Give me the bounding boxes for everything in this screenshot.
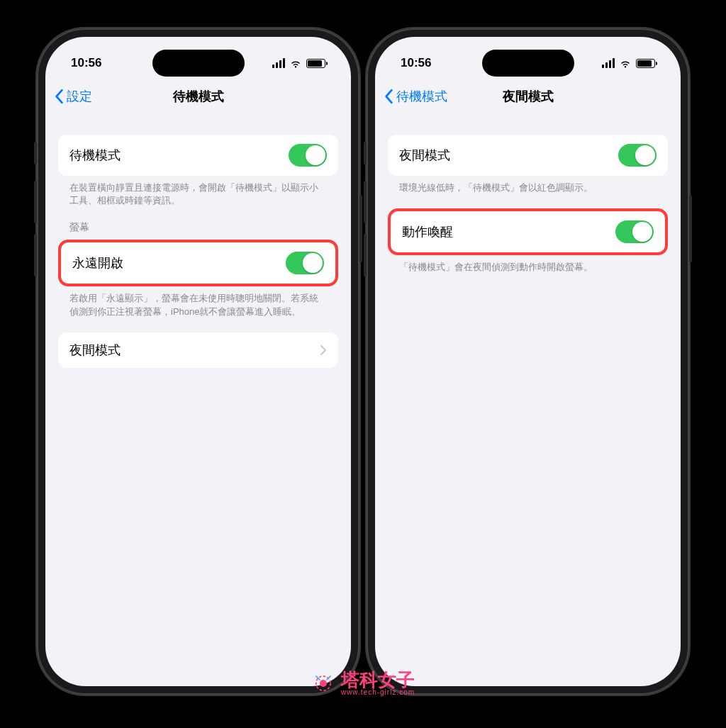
back-button[interactable]: 待機模式 — [384, 88, 447, 105]
wifi-icon — [289, 58, 302, 68]
settings-group-wake: 動作喚醒 「待機模式」會在夜間偵測到動作時開啟螢幕。 — [388, 208, 668, 274]
toggle-on-icon[interactable] — [618, 144, 657, 167]
volume-up-button — [34, 181, 37, 223]
page-title: 夜間模式 — [503, 88, 554, 105]
watermark-logo-icon — [311, 671, 335, 695]
chevron-right-icon — [320, 345, 327, 356]
chevron-left-icon — [54, 89, 64, 104]
settings-group-night: 夜間模式 — [58, 332, 338, 368]
row-label: 夜間模式 — [399, 147, 450, 164]
row-footer: 「待機模式」會在夜間偵測到動作時開啟螢幕。 — [388, 255, 668, 274]
side-button — [34, 142, 37, 164]
screen: 10:56 待機模式 夜間模式 夜間模式 環境光線 — [375, 37, 681, 686]
status-indicators — [272, 58, 325, 68]
toggle-on-icon[interactable] — [615, 220, 654, 243]
row-label: 夜間模式 — [69, 342, 121, 359]
row-label: 待機模式 — [69, 147, 121, 164]
back-label: 待機模式 — [396, 88, 447, 105]
toggle-on-icon[interactable] — [289, 144, 327, 167]
settings-group-night: 夜間模式 環境光線低時，「待機模式」會以紅色調顯示。 — [388, 135, 668, 194]
power-button — [359, 195, 362, 262]
row-label: 動作喚醒 — [402, 223, 453, 240]
chevron-left-icon — [384, 89, 393, 104]
motion-wake-toggle-row[interactable]: 動作喚醒 — [388, 208, 668, 255]
navigation-bar: 設定 待機模式 — [45, 79, 351, 113]
dynamic-island — [482, 50, 574, 77]
dynamic-island — [152, 50, 245, 77]
phone-right: 10:56 待機模式 夜間模式 夜間模式 環境光線 — [367, 28, 689, 695]
cellular-icon — [272, 58, 285, 68]
watermark: 塔科女子 www.tech-girlz.com — [311, 671, 415, 696]
settings-content: 待機模式 在裝置橫向靜置且連接電源時，會開啟「待機模式」以顯示小工具、相框或時鐘… — [45, 121, 351, 686]
status-time: 10:56 — [401, 56, 431, 70]
row-label: 永遠開啟 — [72, 254, 123, 271]
navigation-bar: 待機模式 夜間模式 — [375, 79, 681, 113]
svg-point-1 — [320, 680, 327, 687]
settings-group-standby: 待機模式 在裝置橫向靜置且連接電源時，會開啟「待機模式」以顯示小工具、相框或時鐘… — [58, 135, 338, 207]
standby-toggle-row[interactable]: 待機模式 — [58, 135, 338, 176]
night-mode-row[interactable]: 夜間模式 — [58, 332, 338, 368]
page-title: 待機模式 — [173, 88, 224, 105]
settings-content: 夜間模式 環境光線低時，「待機模式」會以紅色調顯示。 動作喚醒 「待機模式」會在… — [375, 121, 681, 686]
watermark-text: 塔科女子 — [341, 671, 415, 689]
wifi-icon — [619, 58, 632, 68]
always-on-toggle-row[interactable]: 永遠開啟 — [58, 240, 338, 286]
back-button[interactable]: 設定 — [54, 88, 92, 105]
row-footer: 若啟用「永遠顯示」，螢幕會在未使用時聰明地關閉。若系統偵測到你正注視著螢幕，iP… — [58, 286, 338, 318]
watermark-url: www.tech-girlz.com — [341, 689, 415, 696]
volume-down-button — [34, 234, 37, 276]
toggle-on-icon[interactable] — [286, 252, 324, 274]
phone-left: 10:56 設定 待機模式 待機模式 在裝置橫向靜 — [37, 28, 359, 695]
row-footer: 環境光線低時，「待機模式」會以紅色調顯示。 — [388, 176, 668, 194]
power-button — [689, 195, 692, 262]
status-indicators — [602, 58, 655, 68]
status-time: 10:56 — [71, 56, 101, 70]
volume-up-button — [364, 181, 367, 223]
battery-icon — [306, 59, 325, 68]
group-header: 螢幕 — [58, 221, 338, 240]
screen: 10:56 設定 待機模式 待機模式 在裝置橫向靜 — [45, 37, 351, 686]
row-footer: 在裝置橫向靜置且連接電源時，會開啟「待機模式」以顯示小工具、相框或時鐘等資訊。 — [58, 176, 338, 207]
volume-down-button — [364, 234, 367, 276]
settings-group-display: 螢幕 永遠開啟 若啟用「永遠顯示」，螢幕會在未使用時聰明地關閉。若系統偵測到你正… — [58, 221, 338, 318]
back-label: 設定 — [67, 88, 92, 105]
battery-icon — [636, 59, 655, 68]
night-mode-toggle-row[interactable]: 夜間模式 — [388, 135, 668, 176]
cellular-icon — [602, 58, 615, 68]
side-button — [364, 142, 367, 164]
